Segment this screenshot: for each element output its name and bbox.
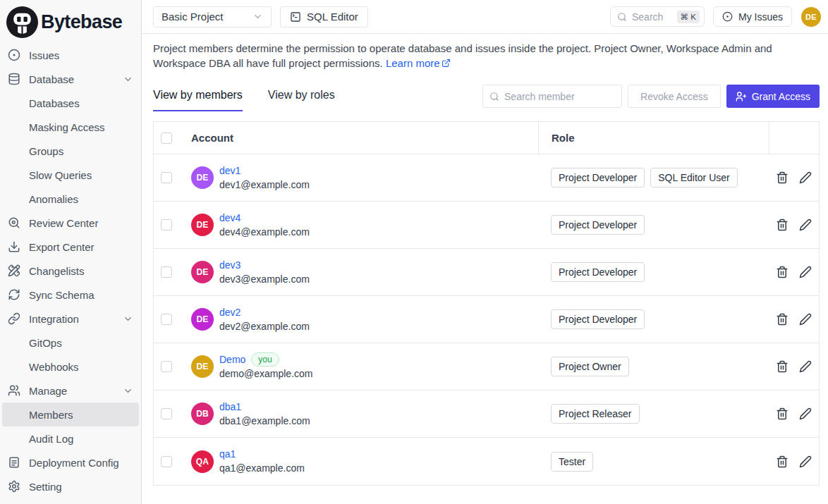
member-search[interactable] — [482, 85, 622, 108]
edit-member-icon[interactable] — [799, 455, 812, 468]
member-name-link[interactable]: dev3 — [219, 258, 241, 272]
project-select[interactable]: Basic Project — [153, 6, 272, 27]
delete-member-icon[interactable] — [776, 171, 789, 184]
sidebar-item-database[interactable]: Database — [2, 67, 139, 91]
row-checkbox[interactable] — [161, 172, 172, 183]
row-checkbox[interactable] — [161, 361, 172, 372]
search-icon — [489, 92, 499, 102]
member-name-link[interactable]: dev2 — [219, 305, 241, 319]
member-email: demo@example.com — [219, 367, 313, 381]
users-icon — [8, 384, 20, 397]
delete-member-icon[interactable] — [776, 313, 789, 326]
sidebar-item-slow-queries[interactable]: Slow Queries — [2, 163, 139, 187]
member-roles: Project Owner — [538, 343, 769, 390]
sidebar-item-export-center[interactable]: Export Center — [2, 235, 139, 259]
delete-member-icon[interactable] — [776, 266, 789, 278]
delete-member-icon[interactable] — [776, 455, 789, 468]
sidebar-item-label: Review Center — [29, 217, 98, 229]
member-avatar: DE — [191, 214, 214, 236]
tab-view-by-members[interactable]: View by members — [153, 81, 243, 111]
you-badge: you — [251, 352, 279, 367]
learn-more-link[interactable]: Learn more — [386, 57, 451, 69]
header-role-cell: Role — [538, 122, 769, 154]
project-select-value: Basic Project — [162, 11, 224, 23]
sidebar-item-gitops[interactable]: GitOps — [2, 331, 139, 355]
sidebar-item-label: Masking Access — [29, 121, 105, 133]
table-row: DE dev3 dev3@example.com Project Develop… — [154, 249, 819, 296]
sidebar-item-label: Integration — [29, 313, 79, 325]
delete-member-icon[interactable] — [776, 360, 789, 373]
tab-view-by-roles[interactable]: View by roles — [268, 81, 335, 111]
sidebar-item-label: Webhooks — [29, 361, 79, 373]
row-checkbox[interactable] — [161, 408, 172, 419]
sidebar-item-manage[interactable]: Manage — [2, 379, 139, 402]
table-body: DE dev1 dev1@example.com Project Develop… — [154, 154, 819, 485]
tab-label: View by roles — [268, 89, 335, 102]
tabs: View by members View by roles — [153, 81, 335, 111]
sql-editor-label: SQL Editor — [307, 11, 358, 23]
sidebar: Bytebase Issues Database Databases Maski… — [0, 0, 142, 504]
revoke-access-button[interactable]: Revoke Access — [628, 85, 721, 108]
edit-member-icon[interactable] — [799, 407, 812, 420]
circle-dot-icon — [8, 49, 20, 61]
row-checkbox[interactable] — [161, 314, 172, 325]
role-badge: Project Developer — [551, 262, 645, 282]
member-avatar: DE — [191, 308, 214, 331]
member-email: dev4@example.com — [219, 225, 310, 240]
learn-more-label: Learn more — [386, 57, 440, 69]
member-avatar: DE — [191, 261, 214, 283]
select-all-checkbox[interactable] — [161, 133, 172, 144]
member-name-link[interactable]: dev1 — [219, 164, 241, 178]
sidebar-item-label: Slow Queries — [29, 169, 92, 181]
row-checkbox[interactable] — [161, 266, 172, 278]
brand-logo[interactable]: Bytebase — [0, 0, 141, 40]
sidebar-item-members[interactable]: Members — [2, 402, 139, 426]
member-search-input[interactable] — [504, 91, 617, 102]
my-issues-button[interactable]: My Issues — [713, 6, 792, 27]
sidebar-item-databases[interactable]: Databases — [2, 91, 139, 115]
delete-member-icon[interactable] — [776, 407, 789, 420]
sidebar-item-review-center[interactable]: Review Center — [2, 211, 139, 235]
sidebar-item-anomalies[interactable]: Anomalies — [2, 187, 139, 211]
row-checkbox[interactable] — [161, 219, 172, 231]
global-search-input[interactable] — [632, 11, 677, 23]
member-name-link[interactable]: Demo — [219, 352, 245, 367]
grant-access-button[interactable]: Grant Access — [726, 85, 820, 108]
table-row: DB dba1 dba1@example.com Project Release… — [154, 391, 819, 438]
delete-member-icon[interactable] — [776, 219, 789, 231]
sidebar-item-audit-log[interactable]: Audit Log — [2, 426, 139, 450]
sidebar-item-changelists[interactable]: Changelists — [2, 259, 139, 283]
row-checkbox[interactable] — [161, 456, 172, 467]
member-name-link[interactable]: dev4 — [219, 211, 241, 225]
user-avatar[interactable]: DE — [801, 7, 821, 27]
sidebar-item-setting[interactable]: Setting — [2, 474, 139, 498]
member-roles: Project Developer — [538, 296, 769, 343]
member-name-link[interactable]: dba1 — [219, 400, 241, 414]
sidebar-item-webhooks[interactable]: Webhooks — [2, 355, 139, 379]
edit-member-icon[interactable] — [799, 313, 812, 326]
header-account-cell: Account — [191, 122, 538, 154]
member-name-link[interactable]: qa1 — [219, 447, 236, 461]
global-search[interactable]: ⌘ K — [610, 6, 705, 27]
role-badge: Tester — [551, 452, 593, 472]
sidebar-item-integration[interactable]: Integration — [2, 307, 139, 331]
edit-member-icon[interactable] — [799, 219, 812, 231]
edit-member-icon[interactable] — [799, 360, 812, 373]
sidebar-item-label: Sync Schema — [29, 289, 95, 301]
link-icon — [8, 312, 20, 325]
sidebar-item-sync-schema[interactable]: Sync Schema — [2, 283, 139, 307]
sidebar-item-label: Databases — [29, 97, 80, 109]
sidebar-item-label: Export Center — [29, 241, 95, 253]
sidebar-item-issues[interactable]: Issues — [2, 43, 139, 67]
sidebar-item-label: Members — [29, 409, 73, 421]
sidebar-item-label: Setting — [29, 481, 62, 493]
edit-member-icon[interactable] — [799, 171, 812, 184]
sidebar-item-masking-access[interactable]: Masking Access — [2, 115, 139, 139]
member-avatar: QA — [191, 450, 214, 473]
search-eye-icon — [8, 216, 20, 229]
edit-member-icon[interactable] — [799, 266, 812, 278]
sql-editor-button[interactable]: SQL Editor — [280, 6, 368, 27]
sidebar-item-groups[interactable]: Groups — [2, 139, 139, 163]
table-row: QA qa1 qa1@example.com Tester — [154, 438, 819, 485]
sidebar-item-deployment-config[interactable]: Deployment Config — [2, 450, 139, 474]
